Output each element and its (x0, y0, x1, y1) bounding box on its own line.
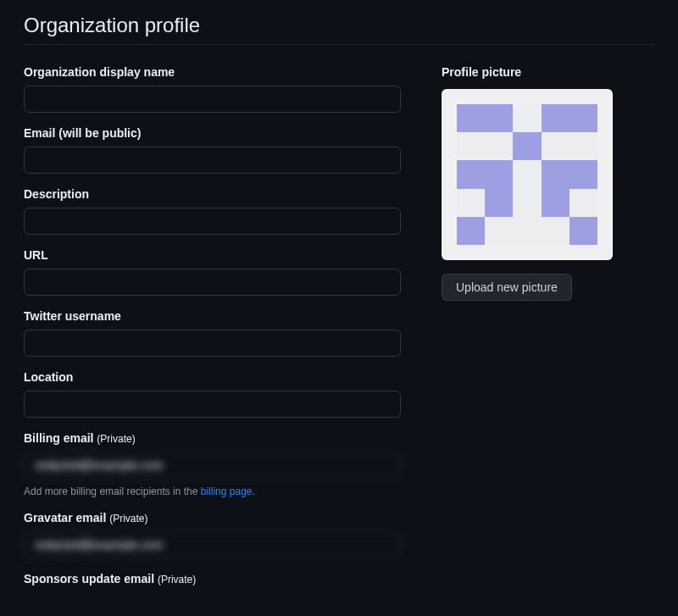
form-group-gravatar-email: Gravatar email (Private) (24, 511, 401, 558)
form-column: Organization display name Email (will be… (24, 65, 401, 592)
form-group-url: URL (24, 248, 401, 296)
main-layout: Organization display name Email (will be… (24, 65, 654, 592)
upload-picture-button[interactable]: Upload new picture (442, 274, 572, 301)
profile-picture-label: Profile picture (442, 65, 620, 79)
sponsors-email-label-text: Sponsors update email (24, 572, 158, 585)
aside-column: Profile picture (442, 65, 620, 592)
billing-email-note: Add more billing email recipients in the… (24, 486, 401, 497)
url-label: URL (24, 248, 401, 262)
form-group-description: Description (24, 187, 401, 235)
display-name-label: Organization display name (24, 65, 401, 79)
billing-note-prefix: Add more billing email recipients in the (24, 486, 201, 497)
avatar-identicon (442, 89, 613, 260)
twitter-input[interactable] (24, 330, 401, 357)
form-group-display-name: Organization display name (24, 65, 401, 113)
description-label: Description (24, 187, 401, 201)
description-input[interactable] (24, 208, 401, 235)
sponsors-email-private-tag: (Private) (158, 574, 196, 585)
billing-email-private-tag: (Private) (97, 433, 135, 445)
sponsors-email-label: Sponsors update email (Private) (24, 572, 401, 585)
page-title: Organization profile (24, 14, 654, 45)
email-input[interactable] (24, 147, 401, 174)
billing-page-link[interactable]: billing page (201, 486, 253, 497)
location-input[interactable] (24, 391, 401, 418)
billing-email-label: Billing email (Private) (24, 431, 401, 445)
email-label: Email (will be public) (24, 126, 401, 140)
form-group-billing-email: Billing email (Private) Add more billing… (24, 431, 401, 497)
location-label: Location (24, 370, 401, 384)
billing-email-label-text: Billing email (24, 431, 97, 445)
form-group-email: Email (will be public) (24, 126, 401, 174)
billing-email-input[interactable] (24, 452, 401, 479)
billing-note-suffix: . (253, 486, 255, 497)
gravatar-email-private-tag: (Private) (109, 513, 147, 524)
twitter-label: Twitter username (24, 309, 401, 323)
gravatar-email-label-text: Gravatar email (24, 511, 109, 524)
gravatar-email-input[interactable] (24, 531, 401, 558)
gravatar-email-label: Gravatar email (Private) (24, 511, 401, 524)
url-input[interactable] (24, 269, 401, 296)
form-group-location: Location (24, 370, 401, 418)
form-group-twitter: Twitter username (24, 309, 401, 357)
display-name-input[interactable] (24, 86, 401, 113)
form-group-sponsors-email: Sponsors update email (Private) (24, 572, 401, 585)
